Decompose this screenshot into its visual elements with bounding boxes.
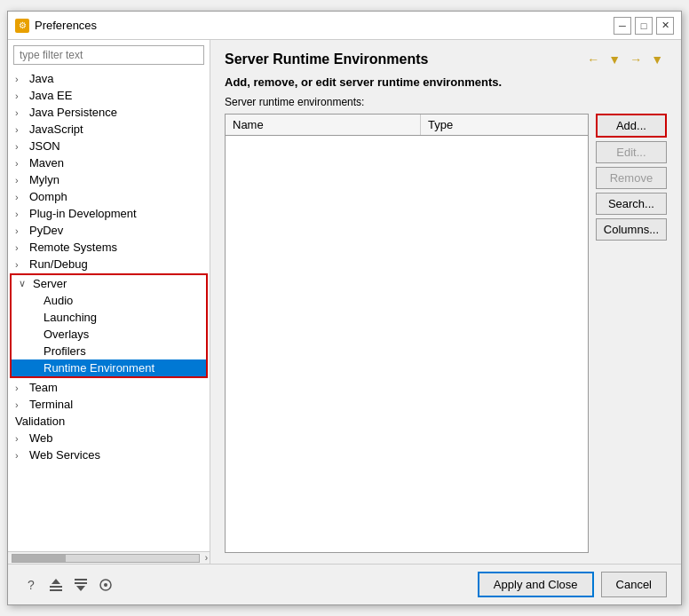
search-button[interactable]: Search... <box>596 193 667 215</box>
sidebar-item-label: Java EE <box>29 89 72 102</box>
panel-sublabel: Server runtime environments: <box>225 96 667 108</box>
type-column-header: Type <box>421 115 588 135</box>
sidebar-item-terminal[interactable]: › Terminal <box>8 396 210 413</box>
expand-arrow: › <box>15 158 26 169</box>
sidebar-item-java-persistence[interactable]: › Java Persistence <box>8 104 210 121</box>
content-area: › Java › Java EE › Java Persistence › Ja… <box>8 40 681 564</box>
sidebar-item-label: Run/Debug <box>29 257 88 271</box>
sidebar-item-remote-systems[interactable]: › Remote Systems <box>8 239 210 256</box>
sidebar-item-label: JavaScript <box>29 122 83 136</box>
sidebar-item-mylyn[interactable]: › Mylyn <box>8 171 210 188</box>
sidebar-item-oomph[interactable]: › Oomph <box>8 188 210 205</box>
sidebar-item-pydev[interactable]: › PyDev <box>8 222 210 239</box>
sidebar-item-label: Validation <box>15 415 65 428</box>
import-icon[interactable] <box>72 576 90 594</box>
title-bar: ⚙ Preferences ─ □ ✕ <box>8 12 681 40</box>
side-buttons: Add... Edit... Remove Search... Columns.… <box>596 114 667 553</box>
tree-container[interactable]: › Java › Java EE › Java Persistence › Ja… <box>8 70 210 551</box>
sidebar-item-java-ee[interactable]: › Java EE <box>8 87 210 104</box>
sidebar-item-web[interactable]: › Web <box>8 430 210 446</box>
sidebar-item-label: Team <box>29 381 58 394</box>
add-button[interactable]: Add... <box>596 114 667 138</box>
sidebar-item-audio[interactable]: Audio <box>12 292 206 309</box>
sidebar-item-team[interactable]: › Team <box>8 379 210 396</box>
title-controls: ─ □ ✕ <box>614 17 674 35</box>
sidebar-item-label: Maven <box>29 156 64 170</box>
sidebar-item-json[interactable]: › JSON <box>8 138 210 154</box>
sidebar-item-label: JSON <box>29 139 60 153</box>
svg-rect-3 <box>75 579 87 580</box>
expand-arrow: › <box>15 225 26 236</box>
expand-arrow: › <box>15 209 26 219</box>
edit-button[interactable]: Edit... <box>596 141 667 163</box>
sidebar-item-run-debug[interactable]: › Run/Debug <box>8 256 210 272</box>
table-body[interactable] <box>226 136 588 552</box>
close-button[interactable]: ✕ <box>656 17 674 35</box>
filter-input[interactable] <box>13 45 204 65</box>
scroll-right-button[interactable]: › <box>203 553 210 563</box>
sidebar-item-label: Remote Systems <box>29 241 117 254</box>
title-bar-left: ⚙ Preferences <box>15 19 97 33</box>
svg-marker-5 <box>76 586 85 591</box>
sidebar-item-profilers[interactable]: Profilers <box>12 343 206 359</box>
sidebar-item-label: Overlays <box>44 328 89 341</box>
expand-arrow: ∨ <box>19 278 29 289</box>
panel-title: Server Runtime Environments <box>225 51 428 67</box>
sidebar-item-overlays[interactable]: Overlays <box>12 326 206 343</box>
table-area: Name Type Add... Edit... Remove Search..… <box>225 114 667 553</box>
back-button[interactable]: ← <box>583 51 603 68</box>
sidebar-item-label: Web Services <box>29 448 100 462</box>
help-icon[interactable]: ? <box>22 576 40 594</box>
scrollbar-thumb <box>12 555 66 562</box>
panel-description: Add, remove, or edit server runtime envi… <box>225 75 667 89</box>
sidebar-item-label: Mylyn <box>29 173 59 186</box>
expand-arrow: › <box>15 175 26 186</box>
sidebar-item-label: Runtime Environment <box>44 361 154 375</box>
horizontal-scrollbar-area[interactable]: › <box>8 551 210 564</box>
sidebar-item-label: Java Persistence <box>29 106 117 119</box>
remove-button[interactable]: Remove <box>596 167 667 189</box>
expand-arrow: › <box>15 141 26 152</box>
export-icon[interactable] <box>47 576 65 594</box>
expand-arrow: › <box>15 450 26 461</box>
cancel-button[interactable]: Cancel <box>601 572 667 597</box>
expand-arrow: › <box>15 383 26 393</box>
expand-arrow: › <box>15 124 26 135</box>
sidebar-item-label: Server <box>33 277 67 290</box>
expand-arrow: › <box>15 192 26 202</box>
environments-table[interactable]: Name Type <box>225 114 589 553</box>
panel-header: Server Runtime Environments ← ▼ → ▼ <box>225 51 667 68</box>
sidebar-item-label: Java <box>29 72 53 85</box>
svg-rect-1 <box>50 589 62 591</box>
expand-arrow: › <box>15 91 26 101</box>
forward-dropdown-button[interactable]: ▼ <box>647 51 667 68</box>
sidebar-item-validation[interactable]: Validation <box>8 413 210 430</box>
sidebar-item-label: Profilers <box>44 344 86 358</box>
expand-arrow: › <box>15 259 26 270</box>
maximize-button[interactable]: □ <box>635 17 653 35</box>
sidebar-item-runtime-env[interactable]: Runtime Environment <box>12 359 206 376</box>
preferences-window: ⚙ Preferences ─ □ ✕ › Java › Java EE <box>7 11 682 605</box>
nav-dropdown-button[interactable]: ▼ <box>605 51 624 68</box>
restore-icon[interactable] <box>97 576 115 594</box>
sidebar-item-java[interactable]: › Java <box>8 70 210 87</box>
sidebar-item-launching[interactable]: Launching <box>12 309 206 326</box>
apply-close-button[interactable]: Apply and Close <box>478 572 594 597</box>
minimize-button[interactable]: ─ <box>614 17 631 35</box>
sidebar-item-label: Terminal <box>29 398 73 411</box>
sidebar-item-label: Launching <box>44 311 97 324</box>
main-panel: Server Runtime Environments ← ▼ → ▼ Add,… <box>210 40 681 564</box>
sidebar-item-server[interactable]: ∨ Server <box>12 275 206 292</box>
columns-button[interactable]: Columns... <box>596 218 667 241</box>
table-header: Name Type <box>226 115 588 136</box>
horizontal-scrollbar[interactable] <box>12 554 200 563</box>
forward-button[interactable]: → <box>626 51 645 68</box>
sidebar-item-web-services[interactable]: › Web Services <box>8 446 210 463</box>
sidebar-item-plugin-dev[interactable]: › Plug-in Development <box>8 205 210 222</box>
sidebar-item-label: Oomph <box>29 190 67 203</box>
expand-arrow: › <box>15 107 26 118</box>
svg-rect-4 <box>75 582 87 584</box>
sidebar-item-maven[interactable]: › Maven <box>8 154 210 171</box>
sidebar-item-javascript[interactable]: › JavaScript <box>8 121 210 138</box>
svg-point-7 <box>104 583 107 587</box>
